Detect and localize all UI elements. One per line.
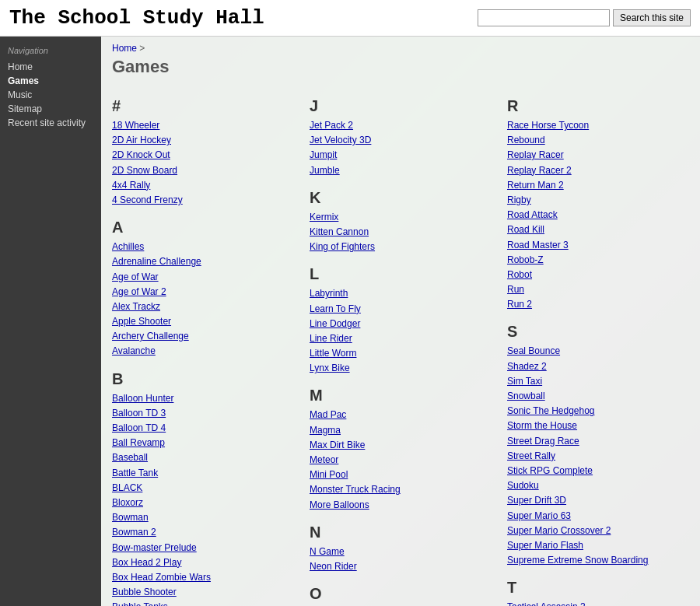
game-link[interactable]: BLACK [112, 481, 294, 496]
game-link[interactable]: Achilles [112, 240, 294, 254]
game-link[interactable]: N Game [310, 545, 492, 559]
game-link[interactable]: Robot [507, 268, 689, 282]
search-area: Search this site [478, 9, 691, 26]
sidebar-item-home[interactable]: Home [0, 60, 101, 74]
game-link[interactable]: Shadez 2 [507, 359, 689, 374]
game-link[interactable]: Age of War [112, 270, 294, 285]
game-link[interactable]: 2D Air Hockey [112, 133, 294, 148]
game-link[interactable]: Return Man 2 [507, 178, 689, 193]
section-letter-T: T [507, 579, 689, 597]
game-link[interactable]: Bowman 2 [112, 525, 294, 540]
breadcrumb-home[interactable]: Home [112, 43, 137, 54]
game-link[interactable]: 2D Snow Board [112, 163, 294, 178]
game-link[interactable]: Apple Shooter [112, 314, 294, 329]
search-button[interactable]: Search this site [613, 9, 691, 26]
game-link[interactable]: Supreme Extreme Snow Boarding [507, 553, 689, 568]
game-link[interactable]: Alex Trackz [112, 299, 294, 314]
game-link[interactable]: Jumble [310, 163, 492, 178]
game-link[interactable]: More Balloons [310, 498, 492, 513]
game-link[interactable]: Replay Racer 2 [507, 163, 689, 178]
game-link[interactable]: Max Dirt Bike [310, 438, 492, 453]
game-link[interactable]: Sonic The Hedgehog [507, 404, 689, 419]
game-link[interactable]: Super Mario Crossover 2 [507, 524, 689, 538]
game-link[interactable]: Sim Taxi [507, 374, 689, 389]
game-link[interactable]: Jet Velocity 3D [310, 133, 492, 148]
game-link[interactable]: Adrenaline Challenge [112, 254, 294, 269]
game-link[interactable]: 18 Wheeler [112, 118, 294, 133]
game-link[interactable]: Rebound [507, 133, 689, 148]
game-link[interactable]: Tactical Assassin 2 [507, 600, 689, 606]
game-link[interactable]: Lynx Bike [310, 361, 492, 376]
game-link[interactable]: Learn To Fly [310, 302, 492, 317]
game-link[interactable]: Super Mario 63 [507, 509, 689, 524]
game-link[interactable]: Labyrinth [310, 286, 492, 301]
game-link[interactable]: Snowball [507, 389, 689, 404]
section-letter-N: N [310, 524, 492, 541]
game-link[interactable]: Neon Rider [310, 559, 492, 574]
game-link[interactable]: Rigby [507, 193, 689, 208]
game-link[interactable]: Jet Pack 2 [310, 118, 492, 133]
game-link[interactable]: Bloxorz [112, 496, 294, 510]
game-link[interactable]: Road Master 3 [507, 238, 689, 253]
game-link[interactable]: Little Worm [310, 346, 492, 361]
sidebar-item-sitemap[interactable]: Sitemap [0, 102, 101, 116]
game-link[interactable]: Kitten Cannon [310, 225, 492, 240]
game-link[interactable]: Box Head Zombie Wars [112, 570, 294, 585]
sidebar-item-recent-site-activity[interactable]: Recent site activity [0, 116, 101, 130]
game-link[interactable]: Bubble Tanks [112, 600, 294, 606]
game-link[interactable]: Mini Pool [310, 468, 492, 482]
game-link[interactable]: Monster Truck Racing [310, 482, 492, 497]
game-link[interactable]: Stick RPG Complete [507, 464, 689, 478]
game-link[interactable]: Magma [310, 423, 492, 438]
game-link[interactable]: Bowman [112, 510, 294, 525]
game-link[interactable]: Bubble Shooter [112, 585, 294, 600]
game-link[interactable]: Super Drift 3D [507, 493, 689, 508]
game-link[interactable]: Battle Tank [112, 466, 294, 481]
game-link[interactable]: Replay Racer [507, 148, 689, 163]
game-link[interactable]: Street Drag Race [507, 434, 689, 449]
game-link[interactable]: Run [507, 282, 689, 297]
game-link[interactable]: Street Rally [507, 449, 689, 464]
game-link[interactable]: Robob-Z [507, 253, 689, 268]
site-title[interactable]: The School Study Hall [9, 6, 264, 30]
game-link[interactable]: Balloon TD 4 [112, 421, 294, 436]
sidebar-item-music[interactable]: Music [0, 88, 101, 102]
game-link[interactable]: Balloon TD 3 [112, 406, 294, 421]
game-link[interactable]: 4x4 Rally [112, 178, 294, 193]
game-link[interactable]: Road Attack [507, 208, 689, 222]
section-letter-S: S [507, 323, 689, 341]
game-link[interactable]: Meteor [310, 453, 492, 468]
game-link[interactable]: Age of War 2 [112, 285, 294, 299]
breadcrumb-separator: > [139, 43, 145, 54]
game-link[interactable]: Seal Bounce [507, 344, 689, 359]
game-link[interactable]: Balloon Hunter [112, 391, 294, 406]
section-letter-#: # [112, 97, 294, 115]
search-input[interactable] [478, 9, 610, 26]
game-link[interactable]: Line Dodger [310, 317, 492, 331]
section-letter-B: B [112, 370, 294, 388]
game-link[interactable]: Baseball [112, 450, 294, 465]
game-link[interactable]: 4 Second Frenzy [112, 193, 294, 208]
sidebar: Navigation HomeGamesMusicSitemapRecent s… [0, 37, 101, 606]
sidebar-item-games[interactable]: Games [0, 74, 101, 88]
game-link[interactable]: Run 2 [507, 297, 689, 312]
game-link[interactable]: Avalanche [112, 344, 294, 359]
game-link[interactable]: 2D Knock Out [112, 148, 294, 163]
section-letter-A: A [112, 219, 294, 236]
game-link[interactable]: Mad Pac [310, 408, 492, 422]
game-link[interactable]: Bow-master Prelude [112, 541, 294, 555]
game-link[interactable]: Storm the House [507, 419, 689, 433]
game-link[interactable]: Race Horse Tycoon [507, 118, 689, 133]
game-link[interactable]: Kermix [310, 210, 492, 225]
game-link[interactable]: Jumpit [310, 148, 492, 163]
game-link[interactable]: Line Rider [310, 331, 492, 346]
layout: Navigation HomeGamesMusicSitemapRecent s… [0, 37, 700, 606]
game-link[interactable]: Road Kill [507, 222, 689, 237]
game-link[interactable]: King of Fighters [310, 240, 492, 254]
game-link[interactable]: Archery Challenge [112, 329, 294, 344]
game-link[interactable]: Box Head 2 Play [112, 555, 294, 570]
game-link[interactable]: Sudoku [507, 478, 689, 493]
sidebar-items: HomeGamesMusicSitemapRecent site activit… [0, 60, 101, 130]
game-link[interactable]: Super Mario Flash [507, 538, 689, 553]
game-link[interactable]: Ball Revamp [112, 436, 294, 450]
